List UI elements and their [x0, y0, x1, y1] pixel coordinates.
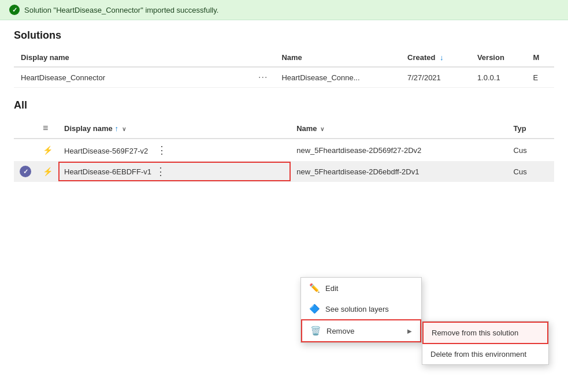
- edit-icon: ✏️: [309, 283, 320, 293]
- row1-display-name[interactable]: HeartDisease-569F27-v2 ⋮: [58, 139, 291, 161]
- all-col-check: [14, 118, 37, 139]
- all-table-row-2: ⚡ HeartDisease-6EBDFF-v1 ⋮ new_5Fheartdi…: [14, 161, 554, 182]
- all-col-type: Typ: [508, 118, 554, 139]
- row1-check-cell: [14, 139, 37, 161]
- row1-name: new_5Fheartdisease-2D569f27-2Dv2: [291, 139, 507, 161]
- success-icon: [9, 5, 20, 15]
- solutions-row: HeartDisease_Connector ··· HeartDisease_…: [14, 67, 554, 88]
- solutions-cell-created: 7/27/2021: [400, 67, 470, 88]
- solutions-col-name: Name: [274, 48, 400, 67]
- context-menu-item-see-layers[interactable]: 🔷 See solution layers: [301, 298, 421, 319]
- solutions-cell-managed: E: [526, 67, 554, 88]
- solutions-col-ellipsis: [251, 48, 274, 67]
- row1-icon-cell: ⚡: [37, 139, 58, 161]
- see-layers-label: See solution layers: [325, 305, 389, 313]
- row2-ellipsis-button[interactable]: ⋮: [155, 165, 166, 178]
- display-sort-up-icon: ↑: [114, 124, 118, 133]
- row2-name: new_5Fheartdisease-2D6ebdff-2Dv1: [291, 161, 507, 182]
- row2-connector-icon: ⚡: [43, 167, 53, 176]
- display-sort-chevron: ∨: [122, 126, 126, 132]
- trash-icon: 🗑️: [310, 326, 321, 336]
- context-menu-item-edit[interactable]: ✏️ Edit: [301, 278, 421, 298]
- sub-menu-item-remove-solution[interactable]: Remove from this solution: [422, 322, 548, 344]
- solutions-cell-ellipsis[interactable]: ···: [251, 67, 274, 88]
- context-menu: ✏️ Edit 🔷 See solution layers 🗑️ Remove …: [300, 277, 422, 343]
- remove-from-solution-label: Remove from this solution: [432, 328, 518, 337]
- main-content: Solutions Display name Name Created ↓ Ve…: [0, 20, 568, 191]
- remove-label: Remove: [326, 327, 354, 335]
- name-sort-chevron: ∨: [320, 126, 324, 132]
- solutions-col-display-name: Display name: [14, 48, 251, 67]
- solutions-cell-name: HeartDisease_Conne...: [274, 67, 400, 88]
- sort-rows-icon[interactable]: ≡: [43, 123, 48, 133]
- solutions-section-title: Solutions: [14, 29, 554, 42]
- row2-type: Cus: [508, 161, 554, 182]
- remove-submenu-chevron: ▶: [407, 328, 412, 334]
- all-section-title: All: [14, 99, 554, 111]
- created-sort-icon: ↓: [440, 53, 444, 62]
- row1-ellipsis-button[interactable]: ⋮: [157, 144, 168, 156]
- row2-check-icon: [20, 166, 31, 177]
- delete-from-environment-label: Delete from this environment: [430, 350, 526, 359]
- solutions-cell-version: 1.0.0.1: [470, 67, 526, 88]
- solutions-cell-display-name: HeartDisease_Connector: [14, 67, 251, 88]
- solutions-table: Display name Name Created ↓ Version M: [14, 48, 554, 88]
- row1-type: Cus: [508, 139, 554, 161]
- row2-icon-cell: ⚡: [37, 161, 58, 182]
- all-col-icon: ≡: [37, 118, 58, 139]
- row2-display-name[interactable]: HeartDisease-6EBDFF-v1 ⋮: [58, 161, 291, 182]
- success-banner: Solution "HeartDisease_Connector" import…: [0, 0, 568, 20]
- all-table-row-1: ⚡ HeartDisease-569F27-v2 ⋮ new_5Fheartdi…: [14, 139, 554, 161]
- solutions-ellipsis-button[interactable]: ···: [258, 72, 268, 82]
- sub-menu: Remove from this solution Delete from th…: [422, 321, 549, 365]
- sub-menu-item-delete-environment[interactable]: Delete from this environment: [422, 344, 548, 364]
- solutions-col-managed: M: [526, 48, 554, 67]
- all-col-name[interactable]: Name ∨: [291, 118, 507, 139]
- all-col-display-name[interactable]: Display name ↑ ∨: [58, 118, 291, 139]
- edit-label: Edit: [325, 284, 338, 293]
- success-message: Solution "HeartDisease_Connector" import…: [24, 6, 218, 14]
- solutions-col-version: Version: [470, 48, 526, 67]
- all-table: ≡ Display name ↑ ∨ Name ∨ Typ: [14, 118, 554, 182]
- solutions-col-created[interactable]: Created ↓: [400, 48, 470, 67]
- all-section: All ≡ Display name ↑ ∨ Name: [14, 99, 554, 182]
- context-menu-item-remove[interactable]: 🗑️ Remove ▶: [301, 319, 421, 342]
- layers-icon: 🔷: [309, 304, 320, 314]
- row2-check-cell: [14, 161, 37, 182]
- row1-connector-icon: ⚡: [43, 145, 53, 155]
